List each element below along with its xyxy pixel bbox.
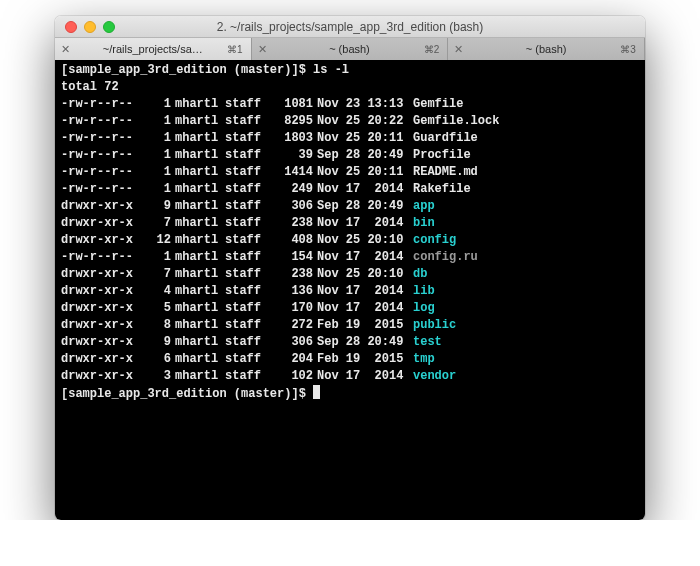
close-tab-icon[interactable]: ✕	[61, 44, 70, 55]
size: 408	[273, 232, 313, 249]
prompt-line-2: [sample_app_3rd_edition (master)]$	[61, 385, 639, 403]
date: Nov 25 20:10	[317, 266, 413, 283]
owner: mhartl	[175, 334, 225, 351]
close-tab-icon[interactable]: ✕	[258, 44, 267, 55]
group: staff	[225, 300, 273, 317]
size: 154	[273, 249, 313, 266]
links: 8	[145, 317, 171, 334]
size: 1803	[273, 130, 313, 147]
group: staff	[225, 249, 273, 266]
tab-shortcut: ⌘2	[424, 44, 440, 55]
links: 1	[145, 96, 171, 113]
tab-3[interactable]: ✕~ (bash)⌘3	[448, 38, 645, 60]
perm: -rw-r--r--	[61, 96, 145, 113]
ls-row: -rw-r--r--1mhartlstaff249Nov 17 2014Rake…	[61, 181, 639, 198]
perm: -rw-r--r--	[61, 147, 145, 164]
group: staff	[225, 130, 273, 147]
perm: -rw-r--r--	[61, 130, 145, 147]
size: 306	[273, 198, 313, 215]
links: 4	[145, 283, 171, 300]
file-name: test	[413, 334, 442, 351]
tab-label: ~ (bash)	[329, 43, 370, 55]
file-name: db	[413, 266, 427, 283]
owner: mhartl	[175, 249, 225, 266]
owner: mhartl	[175, 198, 225, 215]
perm: drwxr-xr-x	[61, 232, 145, 249]
ls-row: drwxr-xr-x9mhartlstaff306Sep 28 20:49tes…	[61, 334, 639, 351]
terminal-window: 2. ~/rails_projects/sample_app_3rd_editi…	[55, 16, 645, 520]
owner: mhartl	[175, 164, 225, 181]
close-tab-icon[interactable]: ✕	[454, 44, 463, 55]
file-name: bin	[413, 215, 435, 232]
date: Nov 17 2014	[317, 300, 413, 317]
ls-row: drwxr-xr-x7mhartlstaff238Nov 17 2014bin	[61, 215, 639, 232]
links: 1	[145, 181, 171, 198]
file-name: lib	[413, 283, 435, 300]
ls-row: drwxr-xr-x6mhartlstaff204Feb 19 2015tmp	[61, 351, 639, 368]
links: 1	[145, 164, 171, 181]
perm: drwxr-xr-x	[61, 283, 145, 300]
ls-row: drwxr-xr-x8mhartlstaff272Feb 19 2015publ…	[61, 317, 639, 334]
file-name: Rakefile	[413, 181, 471, 198]
tab-2[interactable]: ✕~ (bash)⌘2	[252, 38, 449, 60]
date: Nov 23 13:13	[317, 96, 413, 113]
group: staff	[225, 181, 273, 198]
zoom-window-button[interactable]	[103, 21, 115, 33]
titlebar[interactable]: 2. ~/rails_projects/sample_app_3rd_editi…	[55, 16, 645, 38]
links: 9	[145, 198, 171, 215]
ls-row: -rw-r--r--1mhartlstaff1803Nov 25 20:11Gu…	[61, 130, 639, 147]
ls-row: drwxr-xr-x3mhartlstaff102Nov 17 2014vend…	[61, 368, 639, 385]
owner: mhartl	[175, 147, 225, 164]
links: 1	[145, 113, 171, 130]
ls-row: -rw-r--r--1mhartlstaff1414Nov 25 20:11RE…	[61, 164, 639, 181]
minimize-window-button[interactable]	[84, 21, 96, 33]
file-name: vendor	[413, 368, 456, 385]
owner: mhartl	[175, 113, 225, 130]
ls-row: drwxr-xr-x12mhartlstaff408Nov 25 20:10co…	[61, 232, 639, 249]
window-title: 2. ~/rails_projects/sample_app_3rd_editi…	[55, 20, 645, 34]
perm: drwxr-xr-x	[61, 368, 145, 385]
prompt-line-1: [sample_app_3rd_edition (master)]$ ls -l	[61, 62, 639, 79]
terminal-viewport[interactable]: [sample_app_3rd_edition (master)]$ ls -l…	[55, 60, 645, 520]
owner: mhartl	[175, 351, 225, 368]
file-name: Gemfile.lock	[413, 113, 499, 130]
size: 1414	[273, 164, 313, 181]
group: staff	[225, 351, 273, 368]
group: staff	[225, 147, 273, 164]
file-name: config	[413, 232, 456, 249]
date: Feb 19 2015	[317, 317, 413, 334]
date: Nov 25 20:10	[317, 232, 413, 249]
date: Sep 28 20:49	[317, 198, 413, 215]
perm: drwxr-xr-x	[61, 266, 145, 283]
owner: mhartl	[175, 96, 225, 113]
links: 9	[145, 334, 171, 351]
ls-row: drwxr-xr-x7mhartlstaff238Nov 25 20:10db	[61, 266, 639, 283]
group: staff	[225, 164, 273, 181]
close-window-button[interactable]	[65, 21, 77, 33]
file-name: Guardfile	[413, 130, 478, 147]
size: 238	[273, 266, 313, 283]
date: Nov 17 2014	[317, 283, 413, 300]
perm: -rw-r--r--	[61, 249, 145, 266]
perm: -rw-r--r--	[61, 113, 145, 130]
file-name: Gemfile	[413, 96, 463, 113]
group: staff	[225, 317, 273, 334]
size: 272	[273, 317, 313, 334]
perm: drwxr-xr-x	[61, 351, 145, 368]
tab-shortcut: ⌘3	[620, 44, 636, 55]
prompt: [sample_app_3rd_edition (master)]$	[61, 63, 306, 77]
ls-row: drwxr-xr-x5mhartlstaff170Nov 17 2014log	[61, 300, 639, 317]
tab-1[interactable]: ✕~/rails_projects/sa…⌘1	[55, 38, 252, 60]
perm: drwxr-xr-x	[61, 334, 145, 351]
size: 249	[273, 181, 313, 198]
ls-row: -rw-r--r--1mhartlstaff154Nov 17 2014conf…	[61, 249, 639, 266]
ls-row: -rw-r--r--1mhartlstaff39Sep 28 20:49Proc…	[61, 147, 639, 164]
size: 306	[273, 334, 313, 351]
group: staff	[225, 368, 273, 385]
file-name: tmp	[413, 351, 435, 368]
group: staff	[225, 96, 273, 113]
links: 5	[145, 300, 171, 317]
links: 7	[145, 215, 171, 232]
owner: mhartl	[175, 181, 225, 198]
file-name: public	[413, 317, 456, 334]
